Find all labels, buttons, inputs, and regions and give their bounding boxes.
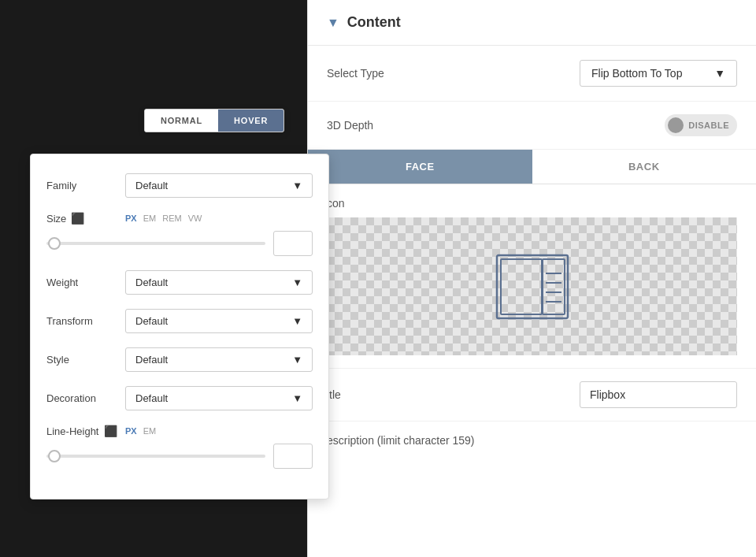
size-slider-input[interactable]	[273, 231, 313, 256]
transform-label: Transform	[46, 315, 125, 327]
weight-value: Default	[135, 277, 168, 288]
size-slider-thumb[interactable]	[48, 237, 61, 250]
size-slider-row	[46, 231, 313, 256]
weight-row: Weight Default ▼	[46, 270, 313, 295]
line-height-row: Line-Height ⬛ PX EM	[46, 425, 313, 437]
select-type-arrow-icon: ▼	[714, 67, 725, 80]
select-type-row: Select Type Flip Bottom To Top ▼	[308, 46, 756, 102]
style-dropdown[interactable]: Default ▼	[125, 347, 313, 372]
weight-label: Weight	[46, 277, 125, 288]
description-label: escription (limit character 159)	[327, 434, 475, 447]
icon-label: con	[327, 197, 737, 210]
checker-preview-area	[327, 217, 737, 355]
style-value: Default	[135, 354, 168, 366]
decoration-row: Decoration Default ▼	[46, 386, 313, 410]
unit-vw[interactable]: VW	[188, 214, 202, 223]
line-height-slider-input[interactable]	[273, 444, 313, 469]
svg-rect-2	[543, 259, 565, 314]
right-panel: ▼ Content Select Type Flip Bottom To Top…	[307, 0, 756, 557]
size-label: Size ⬛	[46, 212, 125, 225]
description-row: escription (limit character 159)	[308, 421, 756, 459]
svg-rect-1	[501, 259, 542, 314]
transform-value: Default	[135, 315, 168, 327]
monitor-icon: ⬛	[71, 212, 84, 225]
size-unit-options: PX EM REM VW	[125, 214, 202, 223]
unit-px[interactable]: PX	[125, 214, 137, 223]
family-row: Family Default ▼	[46, 173, 313, 198]
line-height-monitor-icon: ⬛	[104, 425, 117, 437]
tab-back[interactable]: BACK	[532, 150, 757, 184]
decoration-value: Default	[135, 392, 168, 404]
line-height-slider-thumb[interactable]	[48, 450, 61, 462]
weight-dropdown-arrow-icon: ▼	[292, 277, 302, 288]
line-height-unit-px[interactable]: PX	[125, 426, 137, 436]
title-label: itle	[327, 388, 580, 401]
style-dropdown-arrow-icon: ▼	[292, 354, 302, 366]
normal-toggle-btn[interactable]: NORMAL	[145, 110, 218, 132]
line-height-label: Line-Height ⬛	[46, 425, 125, 437]
unit-em[interactable]: EM	[143, 214, 157, 223]
normal-hover-toggle: NORMAL HOVER	[144, 109, 284, 132]
title-input[interactable]	[580, 381, 737, 408]
decoration-label: Decoration	[46, 392, 125, 404]
depth-3d-row: 3D Depth DISABLE	[308, 102, 756, 150]
style-row: Style Default ▼	[46, 347, 313, 372]
depth-3d-label: 3D Depth	[327, 119, 665, 132]
decoration-dropdown[interactable]: Default ▼	[125, 386, 313, 410]
content-title: Content	[347, 14, 401, 31]
line-height-slider-row	[46, 444, 313, 469]
toggle-disable-text: DISABLE	[688, 121, 729, 130]
tab-face[interactable]: FACE	[308, 150, 532, 184]
weight-dropdown[interactable]: Default ▼	[125, 270, 313, 295]
flipbox-icon	[489, 243, 576, 330]
style-label: Style	[46, 354, 125, 366]
decoration-dropdown-arrow-icon: ▼	[292, 392, 302, 404]
size-slider-track	[46, 242, 265, 245]
font-panel: Family Default ▼ Size ⬛ PX EM REM VW Wei…	[30, 154, 329, 499]
family-dropdown-arrow-icon: ▼	[292, 180, 302, 191]
face-back-tabs: FACE BACK	[308, 150, 756, 184]
size-row: Size ⬛ PX EM REM VW	[46, 212, 313, 225]
collapse-arrow-icon[interactable]: ▼	[327, 16, 339, 30]
select-type-dropdown[interactable]: Flip Bottom To Top ▼	[580, 60, 737, 87]
line-height-slider-track	[46, 455, 265, 458]
select-type-value: Flip Bottom To Top	[591, 67, 682, 80]
unit-rem[interactable]: REM	[162, 214, 181, 223]
transform-dropdown-arrow-icon: ▼	[292, 315, 302, 327]
transform-row: Transform Default ▼	[46, 309, 313, 333]
icon-section: con	[308, 184, 756, 369]
hover-toggle-btn[interactable]: HOVER	[218, 110, 284, 132]
line-height-unit-em[interactable]: EM	[143, 426, 157, 436]
svg-rect-0	[497, 255, 568, 318]
toggle-circle-icon	[668, 117, 684, 133]
transform-dropdown[interactable]: Default ▼	[125, 309, 313, 333]
line-height-unit-options: PX EM	[125, 426, 156, 436]
depth-toggle[interactable]: DISABLE	[665, 114, 737, 136]
title-row: itle	[308, 369, 756, 421]
content-header: ▼ Content	[308, 0, 756, 46]
family-dropdown[interactable]: Default ▼	[125, 173, 313, 198]
family-label: Family	[46, 180, 125, 191]
family-value: Default	[135, 180, 168, 191]
select-type-label: Select Type	[327, 67, 580, 80]
